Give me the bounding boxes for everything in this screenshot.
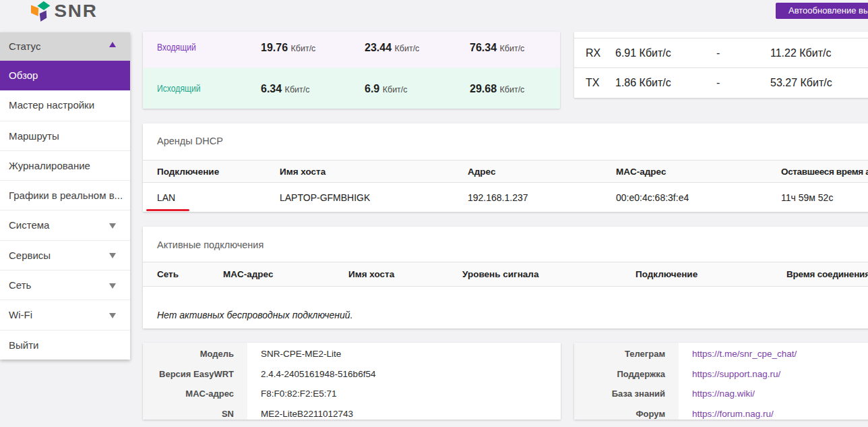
svg-text:SNR: SNR — [55, 1, 98, 20]
